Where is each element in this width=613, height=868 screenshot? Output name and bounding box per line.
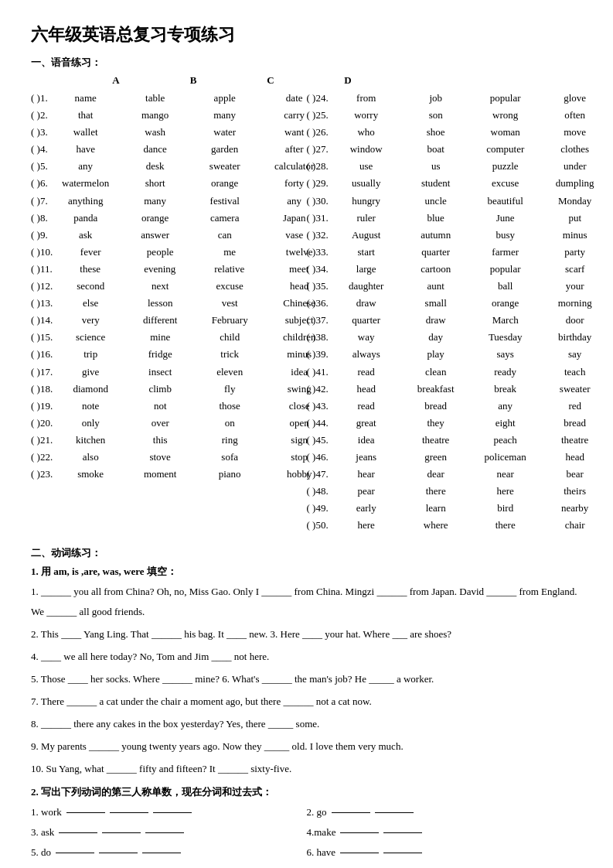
row-num: 8.: [40, 210, 51, 227]
blank: [383, 832, 422, 833]
word-c: any: [471, 398, 540, 415]
row-words: read clean ready teach: [332, 364, 610, 381]
row-num: 17.: [40, 364, 56, 381]
bracket-close: ): [310, 398, 316, 415]
header-b: B: [155, 74, 232, 87]
row-words: hungry uncle beautiful Monday: [332, 193, 610, 210]
verb-sub2-title: 2. 写出下列动词的第三人称单数，现在分词和过去式：: [31, 785, 582, 799]
row-num: 19.: [40, 398, 56, 415]
bracket-close: ): [34, 432, 40, 449]
word-b: they: [401, 415, 471, 432]
row-words: any desk sweater calculator: [51, 158, 329, 175]
phonics-row: ( ) 11. these evening relative meet: [31, 261, 307, 278]
row-words: panda orange camera Japan: [51, 210, 329, 227]
word-d: scarf: [540, 261, 610, 278]
word-c: can: [190, 227, 260, 244]
verb-table-row: 5. do6. have: [31, 842, 582, 863]
row-words: kitchen this ring sign: [56, 432, 334, 449]
word-b: theatre: [401, 432, 471, 449]
row-words: read bread any red: [332, 398, 610, 415]
word-a: have: [51, 141, 121, 158]
bracket-close: ): [310, 346, 316, 363]
word-c: orange: [190, 175, 260, 192]
bracket-close: ): [310, 210, 316, 227]
word-b: table: [121, 90, 190, 107]
word-b: insect: [125, 364, 195, 381]
bracket-close: ): [310, 107, 316, 124]
phonics-columns: ( ) 1. name table apple date ( ) 2. that…: [31, 90, 582, 534]
verb-item-left: 1. work: [31, 802, 307, 822]
word-a: worry: [332, 107, 401, 124]
verb-sentence: 10. Su Yang, what ______ fifty and fifte…: [31, 759, 582, 779]
phonics-row: ( ) 25. worry son wrong often: [307, 107, 583, 124]
verb-sentence: 8. ______ there any cakes in the box yes…: [31, 714, 582, 734]
row-num: 38.: [315, 329, 331, 346]
phonics-row: ( ) 18. diamond climb fly swing: [31, 381, 307, 398]
phonics-row: ( ) 24. from job popular glove: [307, 90, 583, 107]
word-b: not: [125, 398, 195, 415]
bracket-close: ): [310, 227, 316, 244]
word-a: kitchen: [56, 432, 125, 449]
row-words: here where there chair: [332, 517, 610, 534]
row-words: ruler blue June put: [332, 210, 610, 227]
bracket-close: ): [310, 415, 316, 432]
word-b: uncle: [401, 193, 471, 210]
bracket-close: ): [310, 432, 316, 449]
row-words: use us puzzle under: [332, 158, 610, 175]
row-words: anything many festival any: [51, 193, 329, 210]
word-a: trip: [56, 346, 125, 363]
word-a: that: [51, 107, 121, 124]
phonics-row: ( ) 7. anything many festival any: [31, 193, 307, 210]
verb-label: 7. stop: [31, 863, 58, 868]
row-words: wallet wash water want: [51, 124, 329, 141]
phonics-row: ( ) 16. trip fridge trick minus: [31, 346, 307, 363]
word-a: draw: [332, 295, 401, 312]
row-num: 1.: [40, 90, 51, 107]
word-c: busy: [471, 227, 540, 244]
phonics-row: ( ) 10. fever people me twelve: [31, 244, 307, 261]
word-a: wallet: [51, 124, 121, 141]
row-words: that mango many carry: [51, 107, 329, 124]
row-words: watermelon short orange forty: [51, 175, 329, 192]
word-c: piano: [195, 466, 264, 483]
row-words: start quarter farmer party: [332, 244, 610, 261]
bracket-close: ): [310, 312, 316, 329]
phonics-row: ( ) 42. head breakfast break sweater: [307, 381, 583, 398]
word-a: only: [56, 415, 125, 432]
bracket-close: ): [310, 500, 316, 517]
phonics-row: ( ) 35. daughter aunt ball your: [307, 278, 583, 295]
word-b: clean: [401, 364, 471, 381]
phonics-row: ( ) 46. jeans green policeman head: [307, 449, 583, 466]
blank: [145, 832, 184, 833]
word-b: desk: [121, 158, 190, 175]
row-num: 28.: [315, 158, 331, 175]
row-words: very different February subject: [56, 312, 334, 329]
row-num: 9.: [40, 227, 51, 244]
verb-sentence: 9. My parents ______ young twenty years …: [31, 736, 582, 757]
row-num: 32.: [315, 227, 331, 244]
bracket-close: ): [34, 175, 40, 192]
row-num: 13.: [40, 295, 56, 312]
word-b: blue: [401, 210, 471, 227]
phonics-row: ( ) 45. idea theatre peach theatre: [307, 432, 583, 449]
word-d: theatre: [540, 432, 610, 449]
word-a: way: [332, 329, 401, 346]
row-words: give insect eleven idea: [56, 364, 334, 381]
blank: [110, 812, 148, 813]
phonics-row: ( ) 29. usually student excuse dumpling: [307, 175, 583, 192]
phonics-row: ( ) 36. draw small orange morning: [307, 295, 583, 312]
word-c: beautiful: [471, 193, 540, 210]
row-num: 10.: [40, 244, 56, 261]
row-words: early learn bird nearby: [332, 500, 610, 517]
bracket-close: ): [310, 449, 316, 466]
phonics-row: ( ) 26. who shoe woman move: [307, 124, 583, 141]
verb-item-right: 2. go: [307, 802, 583, 822]
row-words: always play says say: [332, 346, 610, 363]
bracket-close: ): [34, 193, 40, 210]
row-words: name table apple date: [51, 90, 329, 107]
word-b: wash: [121, 124, 190, 141]
row-num: 14.: [40, 312, 56, 329]
word-d: under: [540, 158, 610, 175]
row-num: 33.: [315, 244, 331, 261]
word-c: trick: [195, 346, 264, 363]
